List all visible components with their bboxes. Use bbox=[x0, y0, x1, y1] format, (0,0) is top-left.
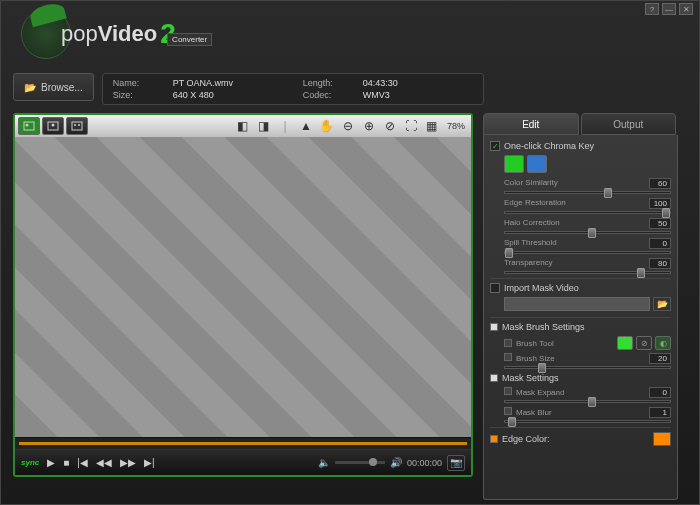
tool-zoom-out[interactable]: ⊖ bbox=[340, 118, 356, 134]
zoom-percent: 78% bbox=[444, 121, 468, 131]
info-size-value: 640 X 480 bbox=[173, 90, 293, 100]
svg-point-3 bbox=[52, 124, 55, 127]
mute-icon[interactable]: 🔈 bbox=[318, 457, 330, 468]
volume-icon: 🔊 bbox=[390, 457, 402, 468]
tab-output[interactable]: Output bbox=[581, 113, 677, 135]
stop-button[interactable]: ■ bbox=[63, 457, 69, 468]
mask-blur-slider[interactable] bbox=[504, 420, 671, 423]
svg-rect-0 bbox=[24, 122, 34, 130]
tool-reset[interactable]: ⊘ bbox=[382, 118, 398, 134]
info-size-label: Size: bbox=[113, 90, 163, 100]
brush-tool-add[interactable] bbox=[617, 336, 633, 350]
snapshot-button[interactable]: 📷 bbox=[447, 455, 465, 471]
tool-grid[interactable]: ▦ bbox=[424, 118, 440, 134]
import-mask-path[interactable] bbox=[504, 297, 650, 311]
tool-pointer[interactable]: ▲ bbox=[298, 118, 314, 134]
svg-rect-4 bbox=[72, 122, 82, 130]
tool-marker-1[interactable]: ◧ bbox=[235, 118, 251, 134]
tool-marker-2[interactable]: ◨ bbox=[256, 118, 272, 134]
preview-container: ◧ ◨ | ▲ ✋ ⊖ ⊕ ⊘ ⛶ ▦ 78% s bbox=[13, 113, 473, 477]
mask-section-toggle[interactable] bbox=[490, 374, 498, 382]
minimize-button[interactable]: — bbox=[662, 3, 676, 15]
color-similarity-slider[interactable] bbox=[504, 191, 671, 194]
timeline[interactable] bbox=[15, 437, 471, 449]
next-button[interactable]: ▶| bbox=[144, 457, 155, 468]
close-button[interactable]: ✕ bbox=[679, 3, 693, 15]
edge-color-swatch[interactable] bbox=[653, 432, 671, 446]
brush-tool-erase[interactable]: ⊘ bbox=[636, 336, 652, 350]
info-codec-label: Codec: bbox=[303, 90, 353, 100]
edge-restoration-slider[interactable] bbox=[504, 211, 671, 214]
preview-canvas[interactable] bbox=[15, 137, 471, 437]
tool-zoom-in[interactable]: ⊕ bbox=[361, 118, 377, 134]
tool-divider: | bbox=[277, 118, 293, 134]
chroma-key-checkbox[interactable] bbox=[490, 141, 500, 151]
info-codec-value: WMV3 bbox=[363, 90, 443, 100]
info-length-value: 04:43:30 bbox=[363, 78, 443, 88]
tool-fit[interactable]: ⛶ bbox=[403, 118, 419, 134]
import-mask-browse[interactable]: 📂 bbox=[653, 297, 671, 311]
file-info-panel: Name: PT OANA.wmv Length: 04:43:30 Size:… bbox=[102, 73, 484, 105]
preview-toolbar: ◧ ◨ | ▲ ✋ ⊖ ⊕ ⊘ ⛶ ▦ 78% bbox=[15, 115, 471, 137]
app-logo: popVideoConverter 2 bbox=[21, 9, 176, 59]
tab-edit[interactable]: Edit bbox=[483, 113, 579, 135]
info-name-label: Name: bbox=[113, 78, 163, 88]
view-tab-2[interactable] bbox=[42, 117, 64, 135]
volume-slider[interactable] bbox=[335, 461, 385, 464]
transparency-slider[interactable] bbox=[504, 271, 671, 274]
folder-icon: 📂 bbox=[24, 82, 36, 93]
mask-expand-slider[interactable] bbox=[504, 400, 671, 403]
step-back-button[interactable]: ◀◀ bbox=[96, 457, 112, 468]
brush-tool-soft[interactable]: ◐ bbox=[655, 336, 671, 350]
time-display: 00:00:00 bbox=[407, 458, 442, 468]
prev-button[interactable]: |◀ bbox=[77, 457, 88, 468]
edit-panel: One-click Chroma Key Color Similarity60 … bbox=[483, 135, 678, 500]
chroma-key-label: One-click Chroma Key bbox=[504, 141, 594, 151]
play-button[interactable]: ▶ bbox=[47, 457, 55, 468]
svg-point-5 bbox=[74, 124, 76, 126]
svg-point-6 bbox=[78, 124, 80, 126]
brush-section-toggle[interactable] bbox=[490, 323, 498, 331]
browse-button[interactable]: 📂 Browse... bbox=[13, 73, 94, 101]
sync-button[interactable]: sync bbox=[21, 458, 39, 467]
chroma-color-green[interactable] bbox=[504, 155, 524, 173]
view-tab-1[interactable] bbox=[18, 117, 40, 135]
view-tab-3[interactable] bbox=[66, 117, 88, 135]
info-name-value: PT OANA.wmv bbox=[173, 78, 293, 88]
chroma-color-blue[interactable] bbox=[527, 155, 547, 173]
edge-color-indicator bbox=[490, 435, 498, 443]
brush-size-slider[interactable] bbox=[504, 366, 671, 369]
help-button[interactable]: ? bbox=[645, 3, 659, 15]
spill-threshold-slider[interactable] bbox=[504, 251, 671, 254]
halo-correction-slider[interactable] bbox=[504, 231, 671, 234]
info-length-label: Length: bbox=[303, 78, 353, 88]
step-fwd-button[interactable]: ▶▶ bbox=[120, 457, 136, 468]
tool-hand[interactable]: ✋ bbox=[319, 118, 335, 134]
svg-point-1 bbox=[26, 124, 29, 127]
import-mask-checkbox[interactable] bbox=[490, 283, 500, 293]
playback-controls: sync ▶ ■ |◀ ◀◀ ▶▶ ▶| 🔈 🔊 00:00:00 📷 bbox=[15, 449, 471, 475]
